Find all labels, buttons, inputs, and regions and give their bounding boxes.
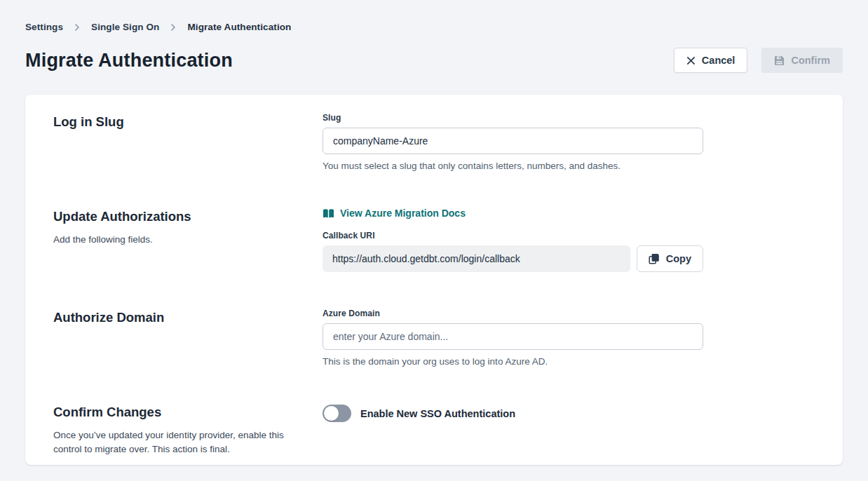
page-title: Migrate Authentication	[25, 50, 233, 72]
slug-input[interactable]	[323, 128, 703, 154]
section-login-slug-left: Log in Slug	[53, 113, 323, 171]
azure-domain-input[interactable]	[323, 323, 703, 350]
confirm-changes-description: Once you’ve updated your identity provid…	[53, 428, 286, 456]
header-actions: Cancel Confirm	[674, 48, 843, 73]
cancel-button-label: Cancel	[702, 55, 735, 66]
section-heading-update-authorizations: Update Authorizations	[53, 208, 287, 224]
book-icon	[323, 208, 334, 219]
section-authorize-domain-right: Azure Domain This is the domain your org…	[323, 309, 703, 367]
azure-domain-field-label: Azure Domain	[323, 309, 703, 318]
slug-helper-text: You must select a slug that only contain…	[323, 161, 703, 171]
callback-uri-row: Copy	[323, 245, 703, 272]
confirm-button-label: Confirm	[791, 55, 830, 66]
azure-domain-helper-text: This is the domain your org uses to log …	[323, 356, 703, 367]
section-heading-authorize-domain: Authorize Domain	[53, 309, 287, 325]
sso-toggle-row: Enable New SSO Authentication	[323, 403, 703, 422]
slug-field-label: Slug	[323, 113, 703, 123]
section-update-authorizations: Update Authorizations Add the following …	[53, 208, 815, 272]
breadcrumb-item-settings[interactable]: Settings	[25, 22, 63, 32]
section-confirm-changes-left: Confirm Changes Once you’ve updated your…	[53, 403, 323, 456]
save-icon	[774, 55, 785, 66]
chevron-right-icon	[169, 23, 177, 32]
callback-uri-input[interactable]	[323, 245, 630, 272]
section-confirm-changes-right: Enable New SSO Authentication	[323, 403, 703, 456]
section-authorize-domain: Authorize Domain Azure Domain This is th…	[53, 309, 815, 367]
breadcrumb-item-single-sign-on[interactable]: Single Sign On	[91, 22, 159, 32]
breadcrumb-item-current: Migrate Authentication	[187, 22, 291, 32]
section-login-slug: Log in Slug Slug You must select a slug …	[53, 113, 815, 171]
section-update-authorizations-left: Update Authorizations Add the following …	[53, 208, 323, 272]
settings-card: Log in Slug Slug You must select a slug …	[25, 95, 843, 465]
section-update-authorizations-right: View Azure Migration Docs Callback URI C…	[323, 208, 703, 272]
copy-button[interactable]: Copy	[637, 245, 703, 272]
section-login-slug-right: Slug You must select a slug that only co…	[323, 113, 703, 171]
section-heading-login-slug: Log in Slug	[53, 113, 287, 130]
callback-uri-field-label: Callback URI	[323, 231, 703, 240]
azure-migration-docs-link-label: View Azure Migration Docs	[340, 208, 466, 219]
cancel-button[interactable]: Cancel	[674, 48, 748, 73]
section-confirm-changes: Confirm Changes Once you’ve updated your…	[53, 403, 815, 456]
azure-migration-docs-link[interactable]: View Azure Migration Docs	[323, 208, 466, 219]
chevron-right-icon	[73, 23, 81, 32]
page: Settings Single Sign On Migrate Authenti…	[0, 0, 868, 465]
confirm-button[interactable]: Confirm	[761, 48, 843, 73]
enable-sso-toggle[interactable]	[323, 405, 351, 422]
section-heading-confirm-changes: Confirm Changes	[53, 403, 287, 420]
section-authorize-domain-left: Authorize Domain	[53, 309, 323, 367]
copy-button-label: Copy	[666, 253, 691, 264]
enable-sso-toggle-label: Enable New SSO Authentication	[360, 408, 515, 419]
update-authorizations-description: Add the following fields.	[53, 233, 286, 247]
breadcrumb: Settings Single Sign On Migrate Authenti…	[25, 0, 843, 32]
close-icon	[686, 56, 696, 65]
copy-icon	[649, 253, 660, 264]
page-header: Migrate Authentication Cancel	[25, 48, 843, 73]
toggle-knob	[324, 406, 339, 421]
